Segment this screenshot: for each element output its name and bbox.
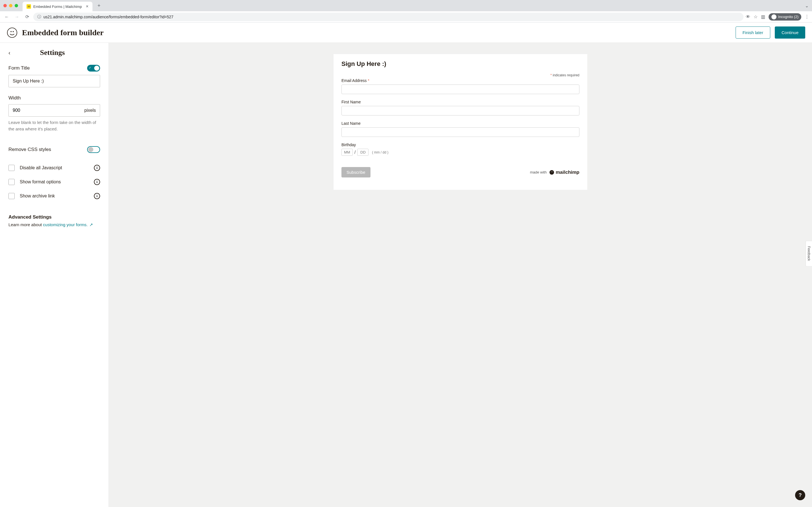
checkbox-label: Show archive link	[20, 193, 94, 199]
info-icon[interactable]: i	[94, 179, 100, 185]
remove-css-toggle[interactable]	[87, 146, 100, 153]
incognito-label: Incognito (2)	[778, 15, 799, 19]
incognito-icon	[771, 14, 776, 19]
last-name-input[interactable]	[342, 127, 579, 137]
birthday-label: Birthday	[342, 143, 579, 147]
main-content: ‹ Settings Form Title Width pixels Leave…	[0, 43, 812, 507]
birthday-hint: ( mm / dd )	[372, 151, 388, 154]
external-link-icon: ↗	[89, 222, 93, 228]
browser-tab-bar: ✉ Embedded Forms | Mailchimp × + ⌄	[0, 0, 812, 11]
checkbox-row-disable-js: Disable all Javascript i	[8, 161, 100, 175]
first-name-input[interactable]	[342, 106, 579, 115]
reload-button[interactable]: ⟳	[23, 13, 31, 21]
birthday-day-input[interactable]	[357, 149, 368, 156]
continue-button[interactable]: Continue	[775, 26, 805, 39]
browser-tab[interactable]: ✉ Embedded Forms | Mailchimp ×	[22, 2, 93, 11]
form-preview-area: Sign Up Here :) * indicates required Ema…	[109, 43, 812, 507]
width-input[interactable]	[13, 105, 84, 116]
app-header: Embedded form builder Finish later Conti…	[0, 22, 812, 43]
settings-sidebar: ‹ Settings Form Title Width pixels Leave…	[0, 43, 109, 507]
finish-later-button[interactable]: Finish later	[735, 26, 770, 39]
help-fab-button[interactable]: ?	[795, 490, 805, 500]
new-tab-button[interactable]: +	[98, 3, 101, 9]
close-window-button[interactable]	[3, 4, 7, 7]
asterisk-icon: *	[550, 73, 552, 77]
birthday-separator: /	[354, 150, 356, 155]
asterisk-icon: *	[368, 78, 369, 83]
eye-off-icon[interactable]: 👁	[746, 14, 750, 19]
info-icon[interactable]: i	[94, 165, 100, 171]
svg-point-0	[7, 27, 17, 37]
checkbox-row-archive-link: Show archive link i	[8, 189, 100, 203]
preview-form-title: Sign Up Here :)	[342, 60, 579, 68]
checkbox-label: Show format options	[20, 179, 94, 184]
email-input[interactable]	[342, 84, 579, 94]
minimize-window-button[interactable]	[9, 4, 12, 7]
subscribe-button[interactable]: Subscribe	[342, 167, 370, 177]
mailchimp-logo-icon[interactable]	[7, 27, 17, 38]
mailchimp-brand-icon: mailchimp	[549, 170, 579, 175]
width-unit: pixels	[84, 108, 96, 113]
tab-title: Embedded Forms | Mailchimp	[33, 4, 82, 9]
favicon-icon: ✉	[27, 4, 31, 9]
checkbox-label: Disable all Javascript	[20, 165, 94, 170]
checkbox-row-format-options: Show format options i	[8, 175, 100, 189]
window-controls	[3, 4, 18, 7]
svg-point-2	[13, 31, 14, 32]
panel-icon[interactable]: ▥	[761, 14, 765, 19]
svg-point-3	[550, 170, 554, 175]
remove-css-label: Remove CSS styles	[8, 147, 51, 152]
menu-dots-icon[interactable]: ⋮	[805, 14, 809, 19]
maximize-window-button[interactable]	[15, 4, 18, 7]
email-label: Email Address *	[342, 78, 579, 83]
address-bar[interactable]: ⓘ us21.admin.mailchimp.com/audience/form…	[33, 13, 744, 21]
svg-point-5	[552, 172, 553, 172]
site-info-icon[interactable]: ⓘ	[37, 14, 41, 19]
required-note: * indicates required	[342, 73, 579, 77]
info-icon[interactable]: i	[94, 193, 100, 199]
form-title-input[interactable]	[8, 75, 100, 87]
svg-point-4	[551, 172, 552, 172]
form-title-label: Form Title	[8, 65, 30, 71]
page-title: Embedded form builder	[22, 28, 103, 37]
format-options-checkbox[interactable]	[8, 179, 15, 185]
sidebar-title: Settings	[13, 48, 92, 57]
tab-overflow-icon[interactable]: ⌄	[805, 3, 809, 8]
disable-js-checkbox[interactable]	[8, 165, 15, 171]
form-title-toggle[interactable]	[87, 65, 100, 71]
width-label: Width	[8, 95, 20, 101]
birthday-month-input[interactable]	[342, 149, 353, 156]
bookmark-star-icon[interactable]: ☆	[754, 14, 758, 19]
archive-link-checkbox[interactable]	[8, 193, 15, 199]
url-text: us21.admin.mailchimp.com/audience/forms/…	[43, 15, 173, 19]
feedback-tab[interactable]: Feedback	[806, 241, 812, 267]
advanced-description: Learn more about customizing your forms.…	[8, 222, 100, 228]
first-name-label: First Name	[342, 100, 579, 104]
width-help-text: Leave blank to let the form take on the …	[8, 119, 100, 132]
customizing-forms-link[interactable]: customizing your forms. ↗	[43, 222, 93, 227]
back-chevron-icon[interactable]: ‹	[8, 50, 10, 56]
back-button[interactable]: ←	[3, 13, 11, 21]
svg-point-1	[10, 31, 11, 32]
browser-toolbar: ← → ⟳ ⓘ us21.admin.mailchimp.com/audienc…	[0, 11, 812, 22]
advanced-heading: Advanced Settings	[8, 214, 100, 220]
made-with-badge[interactable]: made with mailchimp	[530, 170, 579, 175]
incognito-badge[interactable]: Incognito (2)	[769, 13, 801, 20]
close-tab-icon[interactable]: ×	[86, 4, 88, 9]
form-preview-card: Sign Up Here :) * indicates required Ema…	[334, 54, 587, 190]
last-name-label: Last Name	[342, 121, 579, 126]
forward-button[interactable]: →	[13, 13, 21, 21]
